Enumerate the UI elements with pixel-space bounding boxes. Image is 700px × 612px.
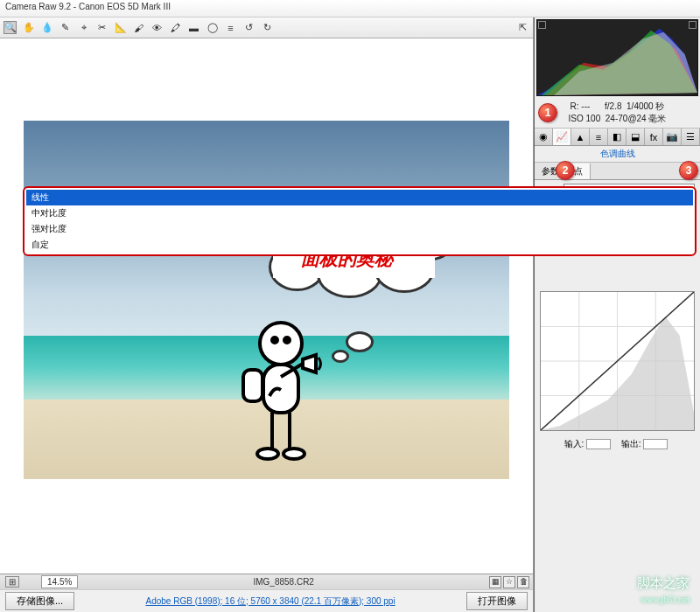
thought-bubble-small [346,331,374,352]
panel-title: 色调曲线 [535,146,700,163]
shadow-clip-icon[interactable] [538,21,546,29]
option-custom[interactable]: 自定 [26,237,693,253]
output-value-field[interactable] [643,439,668,449]
svg-point-7 [257,449,278,459]
graduated-filter-icon[interactable]: ▬ [187,21,200,34]
hand-tool-icon[interactable]: ✋ [22,21,35,34]
exif-metadata: R: --- f/2.8 1/4000 秒 ISO 100 24-70@24 毫… [535,98,700,129]
workflow-link[interactable]: Adobe RGB (1998); 16 位; 5760 x 3840 (22.… [74,595,466,608]
detail-tab-icon[interactable]: ▲ [571,129,590,145]
presets-tab-icon[interactable]: ☰ [682,129,700,145]
image-preview[interactable]: 快来看曲线 面板的奥秘 [0,38,533,574]
option-strong-contrast[interactable]: 强对比度 [26,221,693,237]
fx-tab-icon[interactable]: fx [645,129,663,145]
red-eye-icon[interactable]: 👁 [150,21,164,34]
toolbar: 🔍 ✋ 💧 ✎ ⌖ ✂ 📐 🖌 👁 🖍 ▬ ◯ ≡ ↺ ↻ ⇱ [0,17,533,38]
adjustment-brush-icon[interactable]: 🖍 [169,21,182,34]
adjustment-tabs: ◉ 📈 ▲ ≡ ◧ ⬓ fx 📷 ☰ [535,129,700,146]
svg-rect-4 [243,370,262,401]
delete-icon[interactable]: 🗑 [517,576,529,588]
spot-removal-icon[interactable]: 🖌 [132,21,145,34]
rotate-cw-icon[interactable]: ↻ [261,21,274,34]
lens-tab-icon[interactable]: ⬓ [626,129,645,145]
svg-point-0 [260,323,302,365]
color-sampler-icon[interactable]: ✎ [59,21,72,34]
save-image-button[interactable]: 存储图像... [5,592,74,610]
rating-icon[interactable]: ☆ [503,576,515,588]
zoom-level[interactable]: 14.5% [41,575,78,588]
option-linear[interactable]: 线性 [26,190,693,205]
annotation-marker-1: 1 [538,103,557,122]
watermark: 脚本之家 www.jb51.net [637,576,690,605]
white-balance-icon[interactable]: 💧 [40,21,53,34]
radial-filter-icon[interactable]: ◯ [206,21,219,34]
histogram[interactable] [536,19,698,96]
camera-tab-icon[interactable]: 📷 [663,129,682,145]
zoom-tool-icon[interactable]: 🔍 [4,21,17,34]
basic-tab-icon[interactable]: ◉ [535,129,553,145]
curve-io-row: 输入: 输出: [535,435,700,454]
crop-icon[interactable]: ✂ [95,21,108,34]
zoom-fit-icon[interactable]: ⊞ [5,576,19,588]
annotation-marker-3: 3 [679,161,698,180]
tone-curve-graph[interactable] [540,291,695,431]
split-tone-tab-icon[interactable]: ◧ [608,129,626,145]
filename-label: IMG_8858.CR2 [78,577,489,587]
rotate-ccw-icon[interactable]: ↺ [242,21,256,34]
tone-curve-tab-icon[interactable]: 📈 [553,129,571,145]
svg-point-8 [284,449,304,459]
svg-point-2 [284,337,290,343]
thought-bubble-tiny [332,350,349,363]
character-illustration [233,316,329,464]
list-icon[interactable]: ≡ [224,21,237,34]
target-adjust-icon[interactable]: ⌖ [77,21,90,34]
input-value-field[interactable] [586,439,611,449]
preview-toggle-icon[interactable]: ⇱ [516,21,529,34]
option-medium-contrast[interactable]: 中对比度 [26,205,693,221]
annotation-marker-2: 2 [556,161,575,180]
window-title: Camera Raw 9.2 - Canon EOS 5D Mark III [0,0,700,17]
status-bar: ⊞ 14.5% IMG_8858.CR2 ▦ ☆ 🗑 [0,574,533,589]
svg-point-1 [272,337,277,343]
straighten-icon[interactable]: 📐 [114,21,127,34]
curve-preset-dropdown[interactable]: 线性 中对比度 强对比度 自定 [23,186,696,256]
right-panel: R: --- f/2.8 1/4000 秒 ISO 100 24-70@24 毫… [534,17,700,612]
hsl-tab-icon[interactable]: ≡ [590,129,608,145]
open-image-button[interactable]: 打开图像 [466,592,528,610]
highlight-clip-icon[interactable] [689,21,696,29]
filmstrip-icon[interactable]: ▦ [489,576,501,588]
